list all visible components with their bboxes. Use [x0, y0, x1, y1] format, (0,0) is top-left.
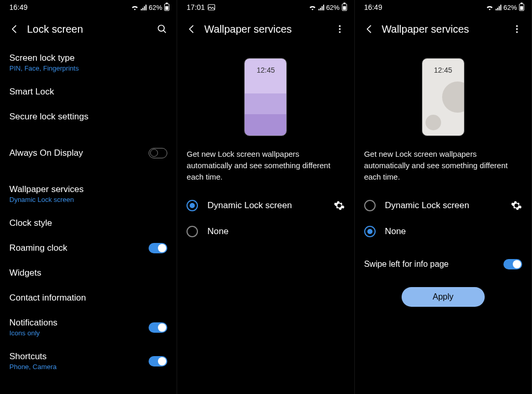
description: Get new Lock screen wallpapers automatic…: [355, 145, 531, 193]
item-shortcuts[interactable]: Shortcuts Phone, Camera: [0, 344, 177, 378]
item-wallpaper-services[interactable]: Wallpaper services Dynamic Lock screen: [0, 177, 177, 211]
more-button[interactable]: [332, 22, 347, 36]
more-button[interactable]: [510, 22, 524, 36]
search-button[interactable]: [155, 22, 169, 36]
roaming-toggle[interactable]: [149, 243, 167, 253]
image-icon: [208, 4, 215, 10]
svg-point-3: [339, 28, 340, 30]
battery-pct: 62%: [326, 4, 340, 11]
svg-point-4: [339, 31, 340, 33]
back-button[interactable]: [184, 22, 199, 36]
battery-icon: [342, 4, 347, 11]
preview: 12:45: [355, 44, 531, 145]
svg-point-2: [339, 25, 340, 27]
notifications-toggle[interactable]: [149, 322, 167, 333]
svg-point-6: [516, 28, 517, 30]
header: Wallpaper services: [355, 15, 531, 44]
status-time: 16:49: [364, 3, 382, 11]
wifi-icon: [309, 4, 316, 10]
radio-none[interactable]: [187, 226, 198, 237]
preview: 12:45: [177, 44, 354, 145]
signal-icon: [496, 5, 501, 10]
svg-rect-1: [208, 5, 215, 10]
item-clock-style[interactable]: Clock style: [0, 211, 177, 236]
gear-icon[interactable]: [334, 200, 345, 211]
header: Lock screen: [0, 15, 177, 44]
signal-icon: [141, 5, 147, 10]
swipe-info-toggle[interactable]: [503, 259, 522, 269]
wifi-icon: [486, 4, 494, 10]
lock-preview: 12:45: [422, 58, 464, 136]
status-bar: 17:01 62%: [177, 0, 354, 15]
item-aod[interactable]: Always On Display: [0, 141, 177, 166]
battery-pct: 62%: [503, 4, 517, 11]
battery-icon: [519, 4, 524, 11]
option-none[interactable]: None: [355, 219, 531, 244]
signal-icon: [318, 5, 324, 10]
shortcuts-toggle[interactable]: [149, 356, 167, 366]
back-button[interactable]: [7, 22, 22, 36]
radio-dynamic[interactable]: [187, 200, 198, 211]
settings-list: Screen lock type PIN, Face, Fingerprints…: [0, 44, 177, 394]
item-notifications[interactable]: Notifications Icons only: [0, 310, 177, 344]
item-widgets[interactable]: Widgets: [0, 261, 177, 286]
back-button[interactable]: [362, 22, 377, 36]
battery-icon: [164, 4, 169, 11]
radio-dynamic[interactable]: [364, 200, 376, 211]
battery-pct: 62%: [149, 4, 162, 11]
status-time: 16:49: [9, 3, 28, 11]
radio-none[interactable]: [364, 226, 376, 237]
swipe-info-row[interactable]: Swipe left for info page: [355, 244, 531, 277]
lock-preview: 12:45: [244, 58, 287, 136]
page-title: Lock screen: [27, 23, 155, 35]
item-roaming-clock[interactable]: Roaming clock: [0, 236, 177, 261]
item-screen-lock-type[interactable]: Screen lock type PIN, Face, Fingerprints: [0, 46, 177, 79]
status-time: 17:01: [187, 3, 205, 11]
page-title: Wallpaper services: [204, 23, 332, 35]
svg-point-7: [516, 31, 517, 33]
svg-point-5: [516, 25, 517, 27]
option-none[interactable]: None: [177, 219, 354, 244]
panel-lock-screen: 16:49 62% Lock screen Screen lock type P…: [0, 0, 177, 394]
item-contact-info[interactable]: Contact information: [0, 286, 177, 310]
item-about[interactable]: About Lock screen: [0, 389, 177, 394]
page-title: Wallpaper services: [382, 23, 510, 35]
wifi-icon: [131, 4, 139, 10]
description: Get new Lock screen wallpapers automatic…: [177, 145, 354, 193]
apply-button[interactable]: Apply: [402, 287, 485, 307]
status-bar: 16:49 62%: [355, 0, 531, 15]
gear-icon[interactable]: [511, 200, 522, 211]
header: Wallpaper services: [177, 15, 354, 44]
option-dynamic[interactable]: Dynamic Lock screen: [177, 193, 354, 219]
aod-toggle[interactable]: [149, 148, 167, 158]
panel-wallpaper-none: 16:49 62% Wallpaper services 12:45 Get n…: [355, 0, 532, 394]
option-dynamic[interactable]: Dynamic Lock screen: [355, 193, 531, 219]
panel-wallpaper-dynamic: 17:01 62% Wallpaper services 12:45 Get n…: [177, 0, 354, 394]
item-secure-lock[interactable]: Secure lock settings: [0, 104, 177, 129]
status-bar: 16:49 62%: [0, 0, 177, 15]
item-smart-lock[interactable]: Smart Lock: [0, 79, 177, 104]
